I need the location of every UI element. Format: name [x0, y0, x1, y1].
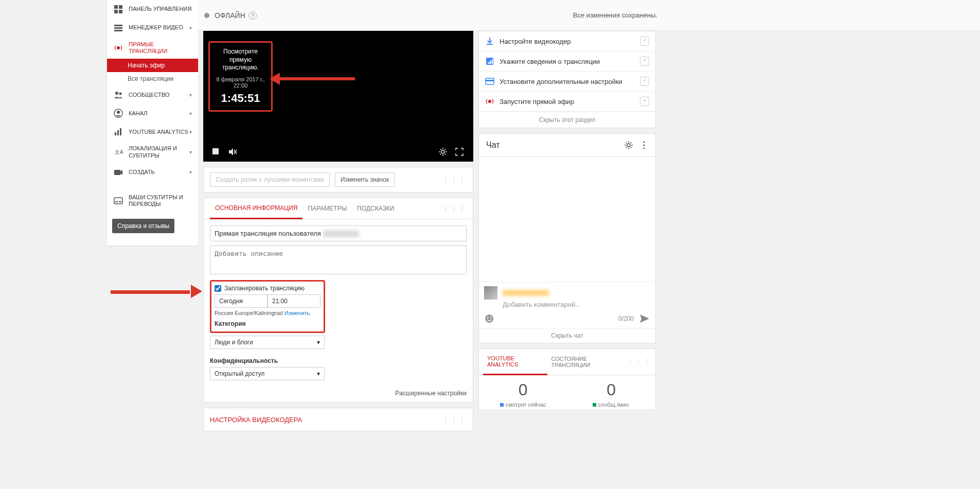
redacted-username: [323, 230, 359, 237]
saved-text: Все изменения сохранены.: [257, 11, 974, 19]
svg-rect-4: [114, 25, 122, 26]
sidebar-item-video-manager[interactable]: МЕНЕДЖЕР ВИДЕО ▾: [107, 19, 198, 37]
sidebar-label: ПРЯМЫЕ ТРАНСЛЯЦИИ: [129, 41, 192, 55]
svg-rect-20: [212, 148, 219, 154]
checklist-item-encoder[interactable]: Настройте видеокодер ⌃: [479, 31, 655, 51]
tab-params[interactable]: ПАРАМЕТРЫ: [302, 199, 352, 218]
create-icon: [113, 167, 123, 178]
sidebar-item-create[interactable]: СОЗДАТЬ ▾: [107, 163, 198, 182]
svg-rect-2: [114, 10, 118, 13]
encoder-section-header[interactable]: НАСТРОЙКА ВИДЕОКОДЕРА ⋮⋮⋮: [204, 408, 473, 431]
settings-icon[interactable]: [438, 147, 449, 158]
sidebar-label: СОЗДАТЬ: [129, 169, 189, 176]
live-icon: [485, 97, 494, 106]
analytics-tab-yt[interactable]: YOUTUBE ANALYTICS: [483, 349, 547, 375]
chat-settings-icon[interactable]: [623, 140, 634, 150]
schedule-time-select[interactable]: 21:00: [268, 294, 320, 308]
collapse-icon[interactable]: ⌃: [640, 77, 649, 86]
chat-input[interactable]: Добавить комментарий...: [503, 301, 650, 308]
svg-point-11: [117, 111, 120, 114]
checklist-item-settings[interactable]: Установите дополнительные настройки ⌃: [479, 72, 655, 92]
sidebar-item-community[interactable]: СООБЩЕСТВО ▾: [107, 85, 198, 104]
svg-point-32: [627, 144, 630, 147]
help-feedback-button[interactable]: Справка и отзывы: [112, 219, 174, 233]
fullscreen-icon[interactable]: [455, 147, 465, 158]
stat-messages-per-min: 0 сообщ./мин.: [567, 375, 656, 410]
overlay-title: Посмотрите прямую трансляцию.: [213, 48, 268, 72]
collapse-icon[interactable]: ⌃: [640, 57, 649, 66]
chat-avatar: [484, 286, 497, 300]
sidebar-item-analytics[interactable]: YOUTUBE ANALYTICS ▾: [107, 123, 198, 141]
svg-rect-27: [490, 61, 491, 64]
stop-icon[interactable]: [211, 147, 222, 158]
video-manager-icon: [113, 23, 123, 33]
sidebar-sub-all-streams[interactable]: Все трансляции: [107, 72, 198, 85]
tab-basic-info[interactable]: ОСНОВНАЯ ИНФОРМАЦИЯ: [210, 198, 302, 219]
mute-icon[interactable]: [228, 147, 238, 158]
svg-rect-16: [114, 170, 120, 175]
drag-handle-icon[interactable]: ⋮⋮⋮: [442, 176, 467, 184]
emoji-icon[interactable]: [484, 313, 494, 324]
sidebar-item-your-subs[interactable]: ВАШИ СУБТИТРЫ И ПЕРЕВОДЫ: [107, 190, 198, 212]
category-select[interactable]: Люди и блоги ▾: [210, 336, 325, 349]
sidebar-label: ВАШИ СУБТИТРЫ И ПЕРЕВОДЫ: [129, 194, 192, 207]
status-text: ОФЛАЙН: [215, 11, 245, 20]
drag-handle-icon[interactable]: ⋮⋮⋮: [442, 415, 467, 424]
collapse-icon[interactable]: ⌃: [640, 97, 649, 106]
chat-messages[interactable]: [479, 157, 655, 282]
svg-rect-5: [114, 27, 122, 29]
drag-handle-icon[interactable]: ⋮⋮⋮: [442, 204, 467, 213]
sidebar-sub-start-stream[interactable]: Начать эфир: [107, 59, 198, 72]
schedule-checkbox-row[interactable]: Запланировать трансляцию: [215, 285, 320, 292]
collapse-icon[interactable]: ⌃: [640, 37, 649, 46]
checklist-item-go-live[interactable]: Запустите прямой эфир ⌃: [479, 92, 655, 112]
stream-title-input[interactable]: Прямая трансляция пользователя: [210, 225, 467, 241]
sidebar-label: ЛОКАЛИЗАЦИЯ И СУБТИТРЫ: [129, 145, 189, 159]
chat-char-count: 0/200: [618, 315, 634, 322]
community-icon: [113, 90, 123, 100]
analytics-panel: YOUTUBE ANALYTICS СОСТОЯНИЕ ТРАНСЛЯЦИИ ⋮…: [478, 348, 656, 410]
svg-rect-1: [119, 5, 122, 9]
create-clip-button[interactable]: Создать ролик с лучшими моментами: [210, 172, 330, 187]
analytics-icon: [113, 127, 123, 137]
analytics-tab-status[interactable]: СОСТОЯНИЕ ТРАНСЛЯЦИИ: [547, 350, 627, 374]
video-player[interactable]: Посмотрите прямую трансляцию. 8 февраля …: [203, 31, 473, 162]
chat-more-icon[interactable]: [640, 140, 648, 150]
dot-green-icon: [593, 403, 596, 407]
sidebar-item-localization[interactable]: 文A ЛОКАЛИЗАЦИЯ И СУБТИТРЫ ▾: [107, 141, 198, 163]
svg-rect-17: [114, 198, 122, 204]
sidebar-item-dashboard[interactable]: ПАНЕЛЬ УПРАВЛЕНИЯ: [107, 0, 198, 19]
svg-point-31: [488, 100, 491, 103]
privacy-select[interactable]: Открытый доступ ▾: [210, 367, 325, 380]
sidebar-item-live[interactable]: ПРЯМЫЕ ТРАНСЛЯЦИИ: [107, 37, 198, 59]
schedule-date-select[interactable]: Сегодня: [215, 294, 268, 308]
sidebar-label: ПАНЕЛЬ УПРАВЛЕНИЯ: [129, 6, 192, 12]
hide-checklist-link[interactable]: Скрыть этот раздел: [479, 112, 655, 128]
svg-point-33: [644, 142, 645, 143]
change-thumbnail-button[interactable]: Изменить значок: [335, 172, 395, 187]
schedule-checkbox[interactable]: [215, 285, 221, 292]
hide-chat-link[interactable]: Скрыть чат: [479, 328, 655, 343]
drag-handle-icon[interactable]: ⋮⋮⋮: [627, 358, 651, 366]
player-overlay: Посмотрите прямую трансляцию. 8 февраля …: [208, 41, 273, 112]
help-icon[interactable]: ?: [248, 11, 257, 20]
channel-icon: [113, 108, 123, 118]
svg-point-9: [119, 93, 122, 95]
category-label: Категория: [215, 320, 320, 327]
svg-rect-30: [486, 80, 494, 81]
checklist-item-info[interactable]: Укажите сведения о трансляции ⌃: [479, 51, 655, 72]
advanced-settings-link[interactable]: Расширенные настройки: [204, 387, 473, 402]
tab-hints[interactable]: ПОДСКАЗКИ: [352, 199, 399, 218]
send-icon[interactable]: [639, 313, 650, 324]
header-bar: ОФЛАЙН ? Все изменения сохранены.: [198, 0, 980, 31]
chat-panel: Чат Добавить комментарий... 0/2: [478, 133, 656, 343]
chevron-down-icon: ▾: [189, 111, 192, 116]
info-icon: [485, 57, 494, 66]
stream-description-input[interactable]: [210, 246, 467, 274]
timezone-change-link[interactable]: Изменить: [284, 310, 310, 316]
svg-rect-6: [114, 30, 122, 31]
sidebar-label: МЕНЕДЖЕР ВИДЕО: [129, 24, 189, 31]
svg-rect-0: [114, 5, 118, 9]
sidebar-item-channel[interactable]: КАНАЛ ▾: [107, 104, 198, 123]
svg-point-37: [487, 317, 488, 318]
